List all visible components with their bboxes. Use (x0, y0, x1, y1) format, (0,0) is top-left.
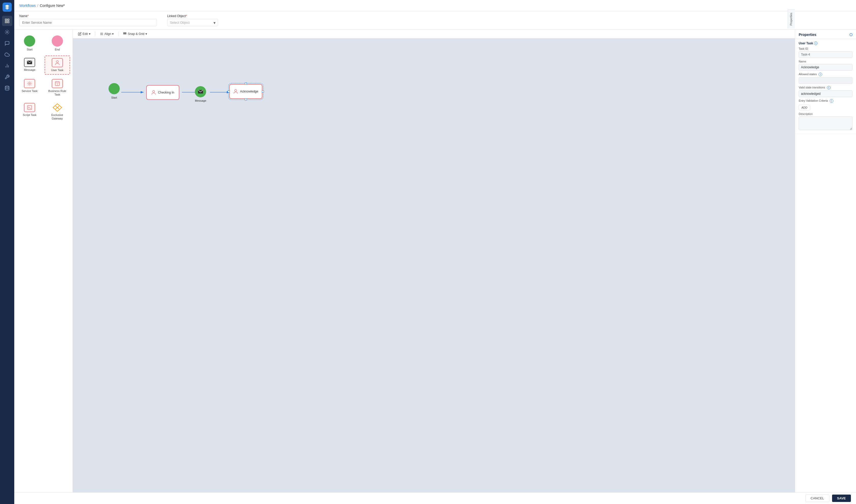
acknowledge-label: Acknowledge (240, 90, 258, 93)
handle-top (245, 83, 247, 85)
breadcrumb: Workflows / Configure New* (19, 4, 65, 8)
canvas-wrap: Edit ▾ Align ▾ Snap & Grid ▾ (73, 30, 795, 492)
checking-in-label: Checking In (158, 91, 174, 94)
svg-point-33 (153, 90, 155, 92)
entry-validation-label: Entry Validation Criteria i (799, 99, 853, 103)
props-section-title: User Task i (799, 41, 853, 45)
sidebar-icon-chat[interactable] (2, 38, 12, 49)
bottom-bar: CANCEL SAVE (14, 492, 856, 504)
linked-object-select[interactable]: Select Object (167, 19, 218, 26)
palette-item-message-label: Message (24, 68, 35, 72)
divider-2 (118, 32, 119, 36)
workspace: Start End Message (14, 30, 856, 492)
props-user-task-section: User Task i Task ID Name Allowed states … (795, 39, 856, 134)
props-panel-header: Properties ⬡ (795, 30, 856, 39)
user-task-info-icon[interactable]: i (814, 41, 818, 45)
checking-in-box: Checking In (146, 85, 179, 100)
name-required-star: * (28, 14, 29, 18)
svg-point-11 (29, 83, 30, 84)
description-label: Description (799, 112, 853, 115)
gateway-node-icon (52, 103, 63, 112)
valid-state-info-icon[interactable]: i (827, 86, 831, 89)
user-task-node-icon (52, 58, 63, 67)
name-label: Name* (19, 14, 157, 18)
entry-validation-info-icon[interactable]: i (830, 99, 833, 103)
snap-grid-button[interactable]: Snap & Grid ▾ (121, 31, 149, 37)
palette-item-business-rule-label: Business Rule Task (46, 89, 69, 96)
sidebar-icon-tools[interactable] (2, 72, 12, 82)
app-logo[interactable] (3, 3, 12, 12)
properties-panel: Properties ⬡ User Task i Task ID Name Al… (795, 30, 856, 492)
description-textarea[interactable] (799, 116, 853, 130)
sidebar-icon-chart[interactable] (2, 61, 12, 71)
sidebar-icon-api[interactable] (2, 27, 12, 37)
canvas-toolbar: Edit ▾ Align ▾ Snap & Grid ▾ (73, 30, 795, 38)
valid-state-input[interactable] (799, 90, 853, 97)
breadcrumb-parent-link[interactable]: Workflows (19, 4, 36, 8)
service-name-input[interactable] (19, 19, 157, 26)
start-node-label: Start (111, 96, 117, 100)
align-button[interactable]: Align ▾ (98, 31, 116, 37)
task-id-label: Task ID (799, 47, 853, 50)
palette-item-gateway-label: Exclusive Gateway (46, 113, 69, 121)
sidebar-icon-database[interactable] (2, 83, 12, 93)
svg-point-35 (235, 89, 237, 91)
name-field: Name* (19, 14, 157, 26)
allowed-states-info-icon[interactable]: i (819, 73, 822, 76)
start-circle-icon (109, 83, 120, 94)
main-content: Workflows / Configure New* Name* Linked … (14, 0, 856, 504)
message-circle-icon (195, 86, 206, 97)
task-id-input[interactable] (799, 51, 853, 58)
linked-required-star: * (186, 14, 187, 18)
message-node-label: Message (195, 99, 207, 103)
canvas-node-message[interactable]: Message (195, 86, 207, 103)
canvas-node-acknowledge[interactable]: Acknowledge (229, 84, 262, 99)
script-task-node-icon (24, 103, 35, 112)
linked-object-label: Linked Object* (167, 14, 218, 18)
business-rule-node-icon (52, 79, 63, 88)
valid-state-label: Valid state transitions i (799, 86, 853, 89)
cancel-button[interactable]: CANCEL (805, 494, 830, 502)
linked-object-select-wrap: Select Object (167, 19, 218, 26)
acknowledge-box: Acknowledge (229, 84, 262, 99)
name-prop-input[interactable] (799, 64, 853, 71)
palette-item-message[interactable]: Message (17, 56, 42, 74)
svg-rect-2 (5, 21, 7, 23)
handle-right (262, 90, 264, 92)
palette: Start End Message (14, 30, 73, 492)
edit-button[interactable]: Edit ▾ (76, 31, 92, 37)
props-expand-icon[interactable]: ⬡ (849, 33, 853, 37)
canvas-node-checking-in[interactable]: Checking In (146, 85, 179, 100)
linked-object-field: Linked Object* Select Object (167, 14, 218, 26)
svg-rect-0 (5, 19, 7, 21)
sidebar-icon-grid[interactable] (2, 16, 12, 26)
service-task-node-icon (24, 79, 35, 88)
breadcrumb-separator: / (37, 4, 38, 8)
palette-grid: Start End Message (17, 33, 70, 123)
palette-item-start[interactable]: Start (17, 33, 42, 54)
handle-left (228, 90, 230, 92)
svg-rect-25 (126, 33, 126, 33)
save-button[interactable]: SAVE (832, 494, 851, 502)
topbar: Workflows / Configure New* (14, 0, 856, 11)
palette-item-gateway[interactable]: Exclusive Gateway (44, 101, 70, 123)
palette-item-end-label: End (55, 48, 60, 51)
add-button[interactable]: ADD (799, 105, 810, 110)
svg-rect-27 (125, 34, 125, 34)
palette-item-business-rule[interactable]: Business Rule Task (44, 77, 70, 99)
palette-item-script-task[interactable]: Script Task (17, 101, 42, 123)
sidebar-icon-cloud[interactable] (2, 50, 12, 60)
props-panel-title: Properties (799, 33, 816, 37)
allowed-states-input[interactable] (799, 77, 853, 84)
palette-item-user-task[interactable]: User Task (44, 56, 70, 74)
canvas-svg (73, 30, 795, 492)
name-prop-label: Name (799, 60, 853, 63)
svg-rect-1 (7, 19, 9, 21)
palette-item-end[interactable]: End (44, 33, 70, 54)
svg-point-4 (7, 32, 8, 33)
palette-item-service-task[interactable]: Service Task (17, 77, 42, 99)
end-node-icon (52, 35, 63, 47)
sidebar (0, 0, 14, 504)
palette-item-service-task-label: Service Task (22, 89, 37, 93)
canvas-node-start[interactable]: Start (109, 83, 120, 100)
